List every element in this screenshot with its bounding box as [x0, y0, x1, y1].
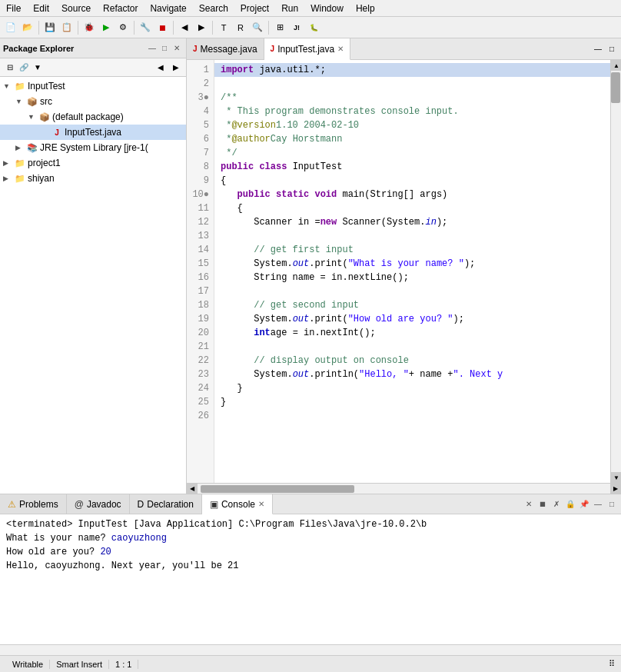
shiyan-icon: 📁 [14, 172, 26, 185]
java-icon: J [51, 126, 63, 138]
tab-javadoc[interactable]: @ Javadoc [67, 494, 130, 514]
java-btn[interactable]: J! [289, 20, 304, 35]
debug-btn[interactable]: 🐞 [81, 20, 97, 35]
console-hscrollbar[interactable] [0, 644, 621, 655]
sep4 [173, 21, 174, 35]
menu-search[interactable]: Search [193, 2, 234, 15]
minimize-bottom-btn[interactable]: — [592, 498, 604, 511]
code-line-22: // display output on console [214, 354, 610, 368]
status-insert-mode: Smart Insert [50, 660, 109, 669]
hscroll-right-btn[interactable]: ▶ [610, 484, 621, 494]
tab-inputtest-java[interactable]: J InputTest.java ✕ [264, 38, 351, 60]
console-remove-btn[interactable]: ✗ [550, 498, 563, 511]
forward-btn[interactable]: ▶ [169, 61, 183, 75]
code-line-26 [214, 409, 610, 423]
perspective-btn[interactable]: ⊞ [272, 20, 287, 35]
tree-item-jre[interactable]: ▶ 📚 JRE System Library [jre-1( [0, 140, 186, 155]
scroll-thumb[interactable] [611, 72, 620, 103]
editor-hscrollbar[interactable]: ◀ ▶ [187, 483, 621, 494]
editor-tabs: J Message.java J InputTest.java ✕ — □ [187, 38, 621, 60]
scroll-down-btn[interactable]: ▼ [611, 472, 621, 483]
ln-15: 15 [187, 257, 214, 271]
ln-11: 11 [187, 201, 214, 215]
pkg-icon: 📦 [38, 111, 51, 123]
menu-run[interactable]: Run [275, 2, 304, 15]
console-tab-close[interactable]: ✕ [258, 500, 264, 508]
tree-item-inputtest-java[interactable]: J InputTest.java [0, 125, 186, 140]
code-line-20: int age = in.nextInt(); [214, 326, 610, 340]
tab-problems[interactable]: ⚠ Problems [0, 494, 67, 514]
tree-item-src[interactable]: ▼ 📦 src [0, 94, 186, 109]
stop-btn[interactable]: ⏹ [154, 20, 170, 35]
open-type-btn[interactable]: T [216, 20, 231, 35]
code-content[interactable]: import java.util.*; /** * This program d… [214, 60, 610, 483]
tab-close-btn[interactable]: ✕ [337, 45, 344, 53]
menu-project[interactable]: Project [234, 2, 275, 15]
console-scroll-lock-btn[interactable]: 🔒 [564, 498, 576, 511]
tree-item-shiyan[interactable]: ▶ 📁 shiyan [0, 171, 186, 186]
menu-edit[interactable]: Edit [27, 2, 55, 15]
open-btn[interactable]: 📂 [20, 20, 35, 35]
code-line-1: import java.util.*; [214, 63, 610, 77]
javadoc-icon: @ [75, 499, 84, 510]
hscroll-thumb[interactable] [201, 485, 354, 493]
view-menu-btn[interactable]: ▼ [31, 61, 45, 75]
tab-console[interactable]: ▣ Console ✕ [202, 494, 273, 514]
tab-message-label: Message.java [201, 44, 257, 55]
name-prompt-text: What is your name? [6, 533, 111, 544]
debug-persp-btn[interactable]: 🐛 [306, 20, 321, 35]
menu-file[interactable]: File [0, 2, 27, 15]
console-stop-btn[interactable]: ⏹ [536, 498, 549, 511]
code-line-21 [214, 340, 610, 354]
tree-item-defaultpkg[interactable]: ▼ 📦 (default package) [0, 109, 186, 125]
sep3 [134, 21, 134, 35]
code-line-25: } [214, 395, 610, 409]
tab-message-icon: J [193, 45, 198, 53]
editor-area: J Message.java J InputTest.java ✕ — □ 1 [187, 38, 621, 494]
ln-8: 8 [187, 160, 214, 174]
external-tools-btn[interactable]: 🔧 [138, 20, 153, 35]
vertical-scrollbar[interactable]: ▲ ▼ [610, 60, 621, 483]
new-btn[interactable]: 📄 [3, 20, 18, 35]
close-panel-btn[interactable]: ✕ [171, 42, 183, 55]
menu-help[interactable]: Help [350, 2, 381, 15]
maximize-editor-btn[interactable]: □ [606, 43, 618, 55]
back-btn[interactable]: ◀ [154, 61, 168, 75]
minimize-editor-btn[interactable]: — [592, 43, 604, 55]
run2-btn[interactable]: ⚙ [115, 20, 131, 35]
menu-window[interactable]: Window [304, 2, 350, 15]
code-line-16: String name = in.nextLine(); [214, 271, 610, 284]
console-clear-btn[interactable]: ✕ [523, 498, 535, 511]
save-btn[interactable]: 💾 [42, 20, 58, 35]
code-line-9: { [214, 174, 610, 188]
next-edit-btn[interactable]: ▶ [194, 20, 209, 35]
save-all-btn[interactable]: 📋 [59, 20, 75, 35]
minimize-btn[interactable]: — [146, 42, 158, 55]
menu-navigate[interactable]: Navigate [144, 2, 192, 15]
scroll-up-btn[interactable]: ▲ [611, 60, 621, 71]
prev-edit-btn[interactable]: ◀ [177, 20, 192, 35]
menu-source[interactable]: Source [55, 2, 97, 15]
tab-message-java[interactable]: J Message.java [187, 38, 264, 59]
ln-12: 12 [187, 215, 214, 229]
open-res-btn[interactable]: R [233, 20, 248, 35]
tree-item-inputtest[interactable]: ▼ 📁 InputTest [0, 78, 186, 94]
collapse-all-btn[interactable]: ⊟ [3, 61, 17, 75]
maximize-bottom-btn[interactable]: □ [606, 498, 618, 511]
run-btn[interactable]: ▶ [98, 20, 114, 35]
label-project1: project1 [28, 158, 61, 168]
menu-refactor[interactable]: Refactor [97, 2, 144, 15]
console-pin-btn[interactable]: 📌 [578, 498, 590, 511]
link-editor-btn[interactable]: 🔗 [17, 61, 31, 75]
arrow-src: ▼ [15, 98, 26, 105]
search-btn[interactable]: 🔍 [250, 20, 265, 35]
label-defaultpkg: (default package) [52, 111, 124, 122]
tab-declaration[interactable]: D Declaration [130, 494, 202, 514]
code-line-23: System.out.println("Hello, " + name + ".… [214, 368, 610, 381]
arrow-inputtest: ▼ [3, 82, 14, 90]
ln-16: 16 [187, 271, 214, 284]
hscroll-left-btn[interactable]: ◀ [187, 484, 198, 494]
tree-item-project1[interactable]: ▶ 📁 project1 [0, 155, 186, 171]
name-input-value: caoyuzhong [111, 533, 167, 544]
maximize-btn[interactable]: □ [158, 42, 171, 55]
